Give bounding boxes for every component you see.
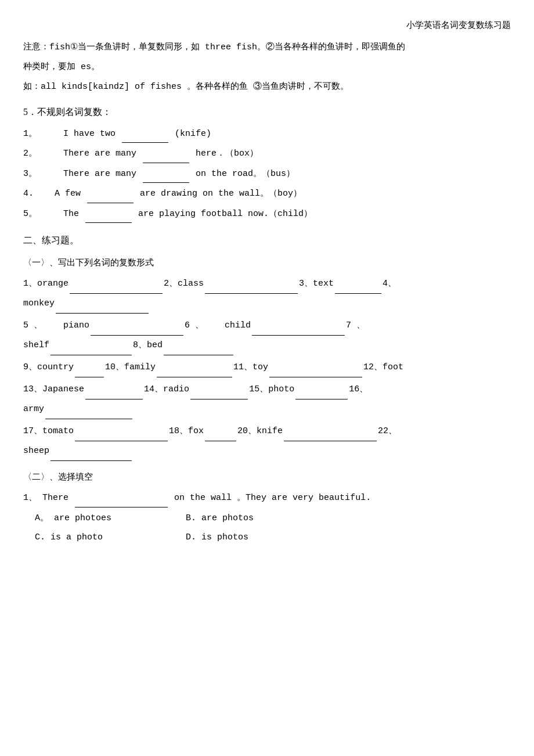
v4-3-word: photo [268, 380, 294, 399]
ex4-rest: are drawing on the wall。（boy） [140, 189, 302, 199]
fill-ex-1-num: 1、 [23, 493, 37, 503]
v5-3-word: knife [257, 422, 283, 441]
v2-1-word: piano [63, 316, 89, 335]
v3-2-num: 10、 [105, 358, 124, 377]
vocab-row-5b: sheep [23, 441, 511, 461]
vocab-section: 1、 orange 2、 class 3、 text 4、 monkey 5 、… [23, 274, 511, 461]
v2-1-num: 5 [23, 316, 28, 335]
v5-1-word: tomato [42, 422, 74, 441]
v5-2-word: fox [188, 422, 204, 441]
option-b-label: B. [186, 513, 196, 523]
ex2-blank[interactable] [143, 144, 189, 163]
vocab-row-1b: monkey [23, 294, 511, 314]
ex4-text: A few [39, 189, 86, 199]
option-c-label: C. [35, 532, 45, 542]
v5-4-word: sheep [23, 441, 49, 460]
ex4-num: 4. [23, 189, 34, 199]
ex1-text: I have two [42, 129, 116, 139]
ex5-blank[interactable] [85, 204, 132, 224]
ex5-rest: are playing football now.（child） [138, 209, 312, 219]
vocab-row-2b: shelf 8、 bed [23, 336, 511, 355]
v1-4-num: 4、 [383, 274, 396, 293]
part2-title: 二、练习题。 [23, 232, 511, 249]
fill-ex-1: 1、 There on the wall 。They are very beau… [23, 488, 511, 507]
v2-3-sep: 、 [351, 316, 365, 335]
v3-2-blank[interactable] [157, 358, 232, 377]
fill-ex-1-blank[interactable] [75, 488, 168, 507]
v5-4-blank[interactable] [50, 441, 132, 461]
v2-4-blank[interactable] [164, 336, 233, 355]
v4-2-num: 14、 [144, 380, 163, 399]
v3-3-word: toy [252, 358, 268, 377]
ex5-num: 5。 [23, 209, 37, 219]
ex2-text: There are many [42, 149, 142, 159]
note-line-1: 注意：fish①当一条鱼讲时，单复数同形，如 three fish。②当各种各样… [23, 39, 511, 56]
v1-4-blank[interactable] [56, 294, 149, 314]
page-title: 小学英语名词变复数练习题 [23, 17, 511, 33]
v1-3-blank[interactable] [335, 274, 381, 294]
v3-1-num: 9、 [23, 358, 37, 377]
v5-3-blank[interactable] [284, 422, 377, 441]
ex1-num: 1。 [23, 129, 37, 139]
v2-3-word: shelf [23, 336, 49, 355]
v4-2-blank[interactable] [190, 380, 248, 399]
option-c[interactable]: C. is a photo [35, 528, 151, 547]
vocab-row-4b: army [23, 399, 511, 419]
note-line-2: 种类时，要加 es。 [23, 59, 511, 76]
v5-4-num: 22、 [378, 422, 397, 441]
exercise-item-3: 3。 There are many on the road。（bus） [23, 164, 511, 183]
option-a[interactable]: A。 are photoes [35, 509, 151, 528]
exercise-item-4: 4. A few are drawing on the wall。（boy） [23, 184, 511, 203]
v4-2-word: radio [163, 380, 189, 399]
v2-1-blank[interactable] [91, 316, 183, 336]
option-a-label: A。 [35, 513, 49, 523]
vocab-row-1: 1、 orange 2、 class 3、 text 4、 [23, 274, 511, 294]
v5-1-blank[interactable] [75, 422, 168, 441]
v3-3-num: 11、 [233, 358, 252, 377]
v2-2-blank[interactable] [252, 316, 345, 336]
v4-1-blank[interactable] [85, 380, 143, 399]
fill-ex-1-options: A。 are photoes B. are photos [35, 509, 511, 528]
v3-2-word: family [124, 358, 156, 377]
v4-4-blank[interactable] [45, 399, 132, 419]
option-d[interactable]: D. is photos [186, 528, 302, 547]
ex3-num: 3。 [23, 169, 37, 179]
option-c-text: is a photo [50, 532, 103, 542]
vocab-row-3: 9、 country 10、 family 11、 toy 12、 foot [23, 358, 511, 377]
v5-2-blank[interactable] [205, 422, 236, 441]
v1-1-word: orange [37, 274, 68, 293]
v1-2-word: class [178, 274, 204, 293]
ex1-rest: (knife) [175, 129, 211, 139]
note-line-3: 如：all kinds[kaindz] of fishes 。各种各样的鱼 ③当… [23, 78, 511, 96]
v1-4-word: monkey [23, 294, 55, 313]
v3-1-blank[interactable] [75, 358, 104, 377]
v1-3-word: text [313, 274, 334, 293]
v1-2-num: 2、 [164, 274, 178, 293]
option-d-text: is photos [201, 532, 248, 542]
v1-1-blank[interactable] [70, 274, 163, 294]
v4-1-word: Japanese [42, 380, 84, 399]
ex1-blank[interactable] [122, 124, 168, 143]
option-b[interactable]: B. are photos [186, 509, 302, 528]
v3-3-blank[interactable] [269, 358, 362, 377]
v1-2-blank[interactable] [205, 274, 298, 294]
ex4-blank[interactable] [87, 184, 134, 203]
exercise-item-5: 5。 The are playing football now.（child） [23, 204, 511, 224]
v1-3-num: 3、 [299, 274, 313, 293]
part1-exercises: 1。 I have two (knife) 2。 There are many … [23, 124, 511, 224]
v5-3-num: 20、 [237, 422, 257, 441]
v2-2-sep: 、 [190, 316, 225, 335]
v3-4-word: foot [383, 358, 403, 377]
fill-ex-1-before: There [42, 493, 68, 503]
vocab-row-2: 5 、 piano 6 、 child 7 、 [23, 316, 511, 336]
ex5-text: The [42, 209, 84, 219]
v3-4-num: 12、 [363, 358, 383, 377]
ex3-blank[interactable] [143, 164, 189, 183]
fill-ex-1-options-row2: C. is a photo D. is photos [35, 528, 511, 547]
ex3-rest: on the road。（bus） [196, 169, 295, 179]
vocab-row-4: 13、 Japanese 14、 radio 15、 photo 16、 [23, 380, 511, 399]
v5-2-num: 18、 [169, 422, 188, 441]
v2-1-sep: 、 [28, 316, 63, 335]
v2-3-blank[interactable] [50, 336, 132, 355]
v4-3-blank[interactable] [295, 380, 348, 399]
